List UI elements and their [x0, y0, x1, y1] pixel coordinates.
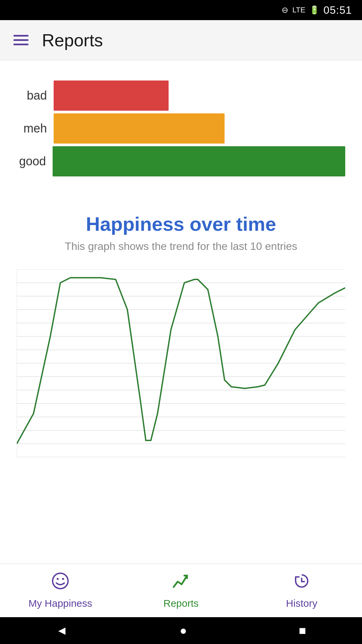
happiness-line — [17, 278, 345, 444]
nav-label-my-happiness: My Happiness — [28, 598, 92, 609]
line-chart-container — [17, 269, 345, 457]
system-nav: ◄ ● ■ — [0, 617, 362, 644]
lte-icon: LTE — [292, 6, 305, 14]
nav-item-my-happiness[interactable]: My Happiness — [0, 572, 121, 609]
menu-button[interactable] — [13, 35, 28, 45]
svg-point-18 — [57, 578, 59, 580]
header: Reports — [0, 20, 362, 60]
bar-label-meh: meh — [17, 121, 47, 136]
happiness-subtitle: This graph shows the trend for the last … — [17, 240, 345, 253]
bar-row-meh: meh — [17, 113, 345, 144]
recent-button[interactable]: ■ — [299, 624, 306, 638]
nav-item-history[interactable]: History — [241, 572, 362, 609]
chart-icon — [172, 572, 190, 594]
line-chart-svg — [17, 269, 345, 457]
nav-label-history: History — [286, 598, 317, 609]
svg-point-19 — [62, 578, 64, 580]
home-button[interactable]: ● — [180, 624, 187, 638]
battery-icon: 🔋 — [309, 5, 319, 15]
nav-label-reports: Reports — [163, 598, 198, 609]
smiley-icon — [52, 572, 69, 594]
bar-label-bad: bad — [17, 89, 47, 103]
page-title: Reports — [42, 30, 103, 50]
bar-row-good: good — [17, 146, 345, 176]
main-content: bad meh good Happiness over time This gr… — [0, 60, 362, 564]
clock: 05:51 — [323, 4, 352, 16]
bar-chart-section: bad meh good — [17, 74, 345, 193]
bar-good — [53, 146, 345, 176]
bar-bad — [54, 80, 169, 111]
bottom-nav: My Happiness Reports History — [0, 564, 362, 617]
dnd-icon: ⊖ — [282, 5, 288, 15]
happiness-section: Happiness over time This graph shows the… — [17, 213, 345, 457]
nav-item-reports[interactable]: Reports — [121, 572, 241, 609]
bar-chart: bad meh good — [17, 80, 345, 179]
bar-row-bad: bad — [17, 80, 345, 111]
status-bar: ⊖ LTE 🔋 05:51 — [0, 0, 362, 20]
happiness-title: Happiness over time — [17, 213, 345, 235]
history-icon — [293, 572, 310, 594]
bar-label-good: good — [17, 154, 46, 168]
bar-meh — [54, 113, 225, 144]
status-icons: ⊖ LTE 🔋 05:51 — [282, 4, 352, 16]
back-button[interactable]: ◄ — [56, 624, 68, 638]
svg-point-17 — [53, 573, 68, 589]
